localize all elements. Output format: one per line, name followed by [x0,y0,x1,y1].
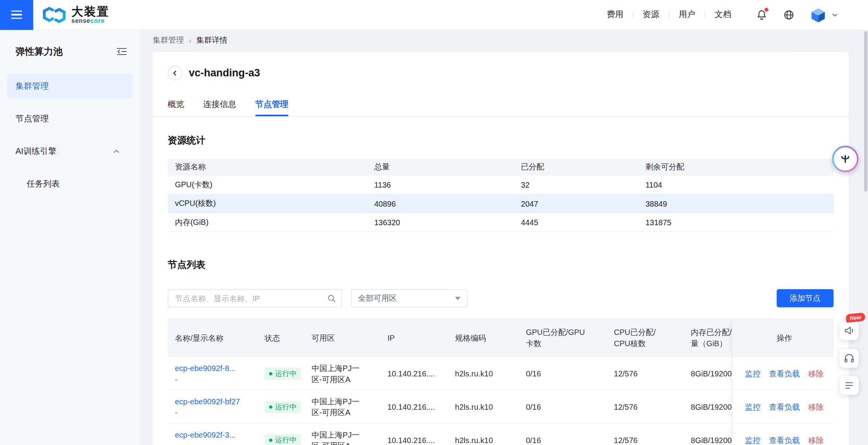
node-search[interactable] [168,289,342,307]
nav-users[interactable]: 用户 [669,9,704,20]
sidebar-title: 弹性算力池 [16,45,62,58]
col-gpu: GPU已分配/GPU 卡数 [526,318,614,357]
status-dot [269,438,272,442]
nav-resources[interactable]: 资源 [633,9,668,20]
monitor-link[interactable]: 监控 [745,368,761,379]
node-row: ecp-ebe9092f-3... - 运行中 中国上海PJ一区-可用区A 10… [168,424,834,445]
nav-billing[interactable]: 费用 [597,9,632,20]
nav-docs[interactable]: 文档 [705,9,741,20]
scrollbar-thumb[interactable] [864,31,868,191]
remove-link[interactable]: 移除 [808,435,824,445]
resource-table-header: 资源名称 总量 已分配 剩余可分配 [168,159,834,176]
node-cpu: 12/576 [614,424,691,445]
node-gpu: 0/16 [526,390,614,423]
breadcrumb: 集群管理 › 集群详情 [140,30,868,45]
feedback-button[interactable] [840,376,859,395]
node-spec: h2ls.ru.k10 [455,424,526,445]
node-name-link[interactable]: ecp-ebe9092f-bf27 [175,396,258,407]
col-name: 名称/显示名称 [175,318,264,357]
hamburger-menu-button[interactable] [0,0,33,29]
cluster-title: vc-handing-a3 [189,67,260,79]
node-list-controls: 全部可用区 添加节点 [168,289,834,307]
add-node-button[interactable]: 添加节点 [777,289,834,307]
back-button[interactable] [168,66,182,80]
node-table-header: 名称/显示名称 状态 可用区 IP 规格编码 GPU已分配/GPU 卡数 CPU… [168,318,834,357]
assistant-icon [839,152,852,166]
node-zone: 中国上海PJ一区-可用区A [312,357,388,390]
status-text: 运行中 [275,401,297,412]
view-load-link[interactable]: 查看负载 [769,368,800,379]
user-avatar[interactable] [810,6,827,23]
top-header: 大装置 sensecore 费用 资源 用户 文档 [0,0,868,30]
sidebar-item-node-management[interactable]: 节点管理 [7,106,133,131]
status-badge: 运行中 [265,401,301,413]
sensecore-logo-icon [42,6,67,23]
chevron-up-icon [114,150,120,154]
monitor-link[interactable]: 监控 [745,401,761,412]
language-globe-icon[interactable] [783,9,795,21]
node-zone: 中国上海PJ一区-可用区A [312,390,388,423]
search-icon[interactable] [327,294,336,303]
chevron-down-icon [455,297,460,300]
node-ip: 10.140.216.... [388,390,455,423]
support-button[interactable] [840,349,859,368]
status-badge: 运行中 [265,367,301,379]
breadcrumb-cluster-management[interactable]: 集群管理 [153,35,184,45]
col-operations: 操作 [732,318,834,357]
announcement-button[interactable] [840,321,859,340]
zone-filter-select[interactable]: 全部可用区 [351,289,468,307]
view-load-link[interactable]: 查看负载 [769,401,800,412]
status-text: 运行中 [275,435,297,445]
status-badge: 运行中 [265,434,301,445]
node-list-title: 节点列表 [168,259,834,271]
ai-assistant-fab[interactable] [832,146,859,172]
resource-row-memory: 内存(GiB) 136320 4445 131875 [168,213,834,232]
node-gpu: 0/16 [526,357,614,390]
account-chevron-down-icon[interactable] [832,12,838,17]
sidebar-item-ai-training-engine[interactable]: AI训练引擎 [7,139,133,164]
col-zone: 可用区 [312,318,388,357]
node-ip: 10.140.216.... [388,357,455,390]
status-dot [269,405,272,409]
page: 大装置 sensecore 费用 资源 用户 文档 [0,0,868,445]
col-status: 状态 [265,318,312,357]
node-name-link[interactable]: ecp-ebe9092f-3... [175,429,258,440]
tab-node-management[interactable]: 节点管理 [255,95,289,116]
sidebar-item-cluster-management[interactable]: 集群管理 [7,74,133,98]
col-total: 总量 [374,162,521,172]
node-spec: h2ls.ru.k10 [455,357,526,390]
resource-stats-table: 资源名称 总量 已分配 剩余可分配 GPU(卡数) 1136 32 1104 v… [168,159,834,232]
search-input[interactable] [175,294,327,303]
back-arrow-icon [172,70,177,76]
node-cpu: 12/576 [614,357,691,390]
view-load-link[interactable]: 查看负载 [769,435,800,445]
notification-bell-icon[interactable] [756,9,768,21]
collapse-sidebar-icon[interactable] [117,48,127,55]
sidebar: 弹性算力池 集群管理 节点管理 AI训练引擎 任务列表 [0,30,140,445]
node-name-link[interactable]: ecp-ebe9092f-8... [175,362,258,374]
brand-subtitle: sensecore [71,18,110,24]
remove-link[interactable]: 移除 [808,368,824,379]
col-cpu: CPU已分配/ CPU核数 [614,318,691,357]
monitor-link[interactable]: 监控 [745,435,761,445]
main-content: 集群管理 › 集群详情 vc-handing-a3 概览 连接信息 节点管理 资… [140,30,868,445]
cube-avatar-icon [810,6,827,23]
headset-icon [844,354,854,363]
node-table: 名称/显示名称 状态 可用区 IP 规格编码 GPU已分配/GPU 卡数 CPU… [168,318,834,445]
divider [153,116,849,117]
tabs: 概览 连接信息 节点管理 [168,95,834,116]
node-actions: 监控 查看负载 移除 [732,424,834,445]
tab-overview[interactable]: 概览 [168,95,184,116]
megaphone-icon [844,326,854,335]
node-ip: 10.140.216.... [388,424,455,445]
remove-link[interactable]: 移除 [808,401,824,412]
sidebar-item-task-list[interactable]: 任务列表 [7,172,133,197]
tab-connection-info[interactable]: 连接信息 [203,95,236,116]
node-actions: 监控 查看负载 移除 [732,390,834,423]
cluster-detail-card: vc-handing-a3 概览 连接信息 节点管理 资源统计 资源名称 总量 … [153,52,849,445]
node-display-name: - [175,407,258,418]
node-row: ecp-ebe9092f-8... - 运行中 中国上海PJ一区-可用区A 10… [168,357,834,390]
brand-logo[interactable]: 大装置 sensecore [42,5,110,24]
header-right: 费用 资源 用户 文档 [597,6,868,23]
resource-row-vcpu: vCPU(核数) 40896 2047 38849 [168,194,834,213]
